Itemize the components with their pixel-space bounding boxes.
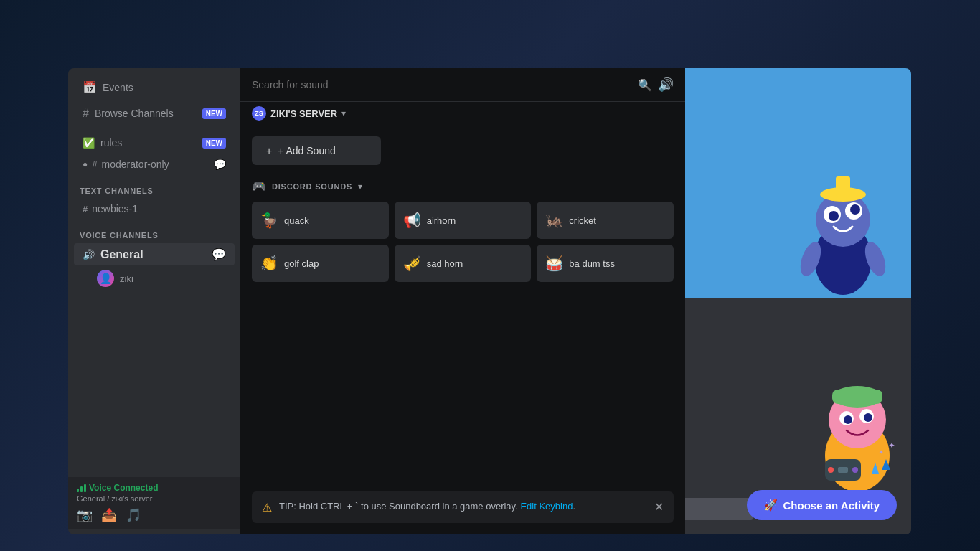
voice-speaker-icon: 🔊 — [83, 249, 95, 260]
svg-point-17 — [864, 413, 872, 422]
share-icon[interactable]: 📤 — [101, 507, 117, 523]
svg-text:✦: ✦ — [888, 441, 895, 451]
warning-icon: ⚠ — [262, 501, 272, 514]
sound-btn-quack[interactable]: 🦆 quack — [252, 202, 389, 239]
golf-clap-emoji: 👏 — [260, 255, 278, 272]
signal-bars — [77, 484, 86, 492]
plus-icon: + — [266, 145, 272, 156]
tip-bar: ⚠ TIP: Hold CTRL + ` to use Soundboard i… — [252, 491, 674, 523]
sidebar-item-events[interactable]: 📅 Events — [74, 75, 235, 100]
svg-rect-13 — [832, 390, 882, 404]
rules-icon: ✅ — [83, 137, 95, 149]
choose-activity-label: Choose an Activity — [783, 499, 880, 512]
add-sound-button[interactable]: + + Add Sound — [252, 136, 381, 165]
tip-close-button[interactable]: ✕ — [654, 500, 664, 514]
voice-connected-label: Voice Connected — [89, 483, 158, 493]
events-icon: 📅 — [83, 80, 97, 94]
rules-label: rules — [100, 137, 122, 149]
rules-new-badge: NEW — [202, 138, 226, 149]
svg-point-15 — [844, 415, 852, 424]
text-channels-header: TEXT CHANNELS — [68, 175, 240, 198]
voice-server-label: General / ziki's server — [77, 494, 232, 503]
server-tab-ziki[interactable]: ZS ZIKI'S SERVER ▾ — [252, 106, 346, 121]
svg-point-19 — [828, 467, 834, 473]
airhorn-emoji: 📢 — [403, 212, 421, 229]
svg-point-3 — [829, 211, 839, 221]
music-icon[interactable]: 🎵 — [126, 507, 141, 523]
sidebar-item-rules[interactable]: ✅ rules NEW — [74, 133, 235, 153]
sound-btn-golf-clap[interactable]: 👏 golf clap — [252, 245, 389, 282]
sound-btn-sad-horn[interactable]: 🎺 sad horn — [395, 245, 532, 282]
discord-logo-icon: 🎮 — [252, 179, 266, 193]
sad-horn-label: sad horn — [427, 258, 463, 269]
svg-point-20 — [852, 467, 858, 473]
moderator-dot: ● — [83, 159, 88, 169]
server-name: ZIKI'S SERVER — [270, 108, 337, 119]
ba-dum-tss-label: ba dum tss — [569, 258, 615, 269]
sound-btn-airhorn[interactable]: 📢 airhorn — [395, 202, 532, 239]
main-content: ✦ ✦ nvite a friend to start chatting. wa… — [240, 68, 911, 534]
bar3 — [84, 484, 86, 492]
sidebar-item-browse[interactable]: # Browse Channels NEW — [74, 101, 235, 126]
moderator-icons: 💬 — [214, 159, 226, 170]
bar1 — [77, 489, 79, 492]
tip-edit-keybind-link[interactable]: Edit Keybind — [520, 501, 573, 512]
choose-activity-button[interactable]: 🚀 Choose an Activity — [747, 490, 897, 520]
bottom-toolbar: 📷 📤 🎵 — [77, 504, 232, 523]
add-sound-label: + Add Sound — [278, 145, 336, 156]
sound-btn-cricket[interactable]: 🦗 cricket — [537, 202, 674, 239]
voice-connected: Voice Connected — [77, 483, 232, 493]
airhorn-label: airhorn — [427, 215, 456, 226]
bar2 — [80, 486, 83, 492]
sound-btn-ba-dum-tss[interactable]: 🥁 ba dum tss — [537, 245, 674, 282]
search-bar: 🔍 🔊 — [240, 68, 685, 102]
pink-character: ✦ ✦ — [811, 377, 897, 477]
cricket-emoji: 🦗 — [545, 212, 563, 229]
sidebar-item-general-voice[interactable]: 🔊 General 💬 — [74, 243, 235, 265]
moderator-label: moderator-only — [101, 159, 169, 170]
svg-rect-21 — [838, 467, 848, 473]
sidebar-item-moderator[interactable]: ● # moderator-only 💬 — [74, 154, 235, 174]
golf-clap-label: golf clap — [284, 258, 319, 269]
ziki-label: ziki — [120, 273, 133, 284]
events-label: Events — [103, 82, 133, 93]
search-icon: 🔍 — [638, 78, 652, 92]
cricket-label: cricket — [569, 215, 596, 226]
discord-sounds-chevron: ▾ — [358, 182, 362, 192]
soundboard-overlay: 🔍 🔊 ZS ZIKI'S SERVER ▾ + + Add Sound — [240, 68, 685, 534]
hash-icon: # — [92, 159, 97, 170]
newbies-label: newbies-1 — [92, 203, 138, 215]
general-label: General — [100, 248, 143, 261]
ba-dum-tss-emoji: 🥁 — [545, 255, 563, 272]
server-chevron: ▾ — [341, 108, 346, 118]
svg-point-5 — [850, 204, 860, 215]
voice-channels-header: VOICE CHANNELS — [68, 220, 240, 242]
discord-sounds-header: 🎮 DISCORD SOUNDS ▾ — [252, 179, 674, 193]
quack-label: quack — [284, 215, 309, 226]
server-tabs: ZS ZIKI'S SERVER ▾ — [240, 102, 685, 125]
quack-emoji: 🦆 — [260, 212, 278, 229]
discord-sounds-label: DISCORD SOUNDS — [272, 182, 352, 191]
server-badge-zs: ZS — [252, 106, 266, 121]
ziki-avatar: 👤 — [97, 270, 114, 287]
search-input[interactable] — [252, 79, 632, 90]
browse-icon: # — [83, 107, 89, 120]
svg-text:✦: ✦ — [879, 449, 884, 456]
soundboard-content: + + Add Sound 🎮 DISCORD SOUNDS ▾ 🦆 quack — [240, 125, 685, 486]
tip-suffix: . — [573, 501, 575, 512]
svg-rect-7 — [836, 176, 850, 197]
sidebar-item-newbies[interactable]: # newbies-1 — [74, 199, 235, 219]
blue-mascot — [796, 166, 890, 298]
browse-label: Browse Channels — [95, 108, 174, 119]
general-voice-icons: 💬 — [212, 248, 226, 261]
voice-status-bar: Voice Connected General / ziki's server … — [68, 477, 240, 529]
browse-new-badge: NEW — [202, 108, 226, 119]
sidebar: 📅 Events # Browse Channels NEW ✅ rules N… — [68, 68, 240, 534]
chat-icon: 💬 — [214, 159, 226, 170]
rocket-icon: 🚀 — [764, 499, 778, 512]
camera-icon[interactable]: 📷 — [77, 507, 93, 523]
tip-text: TIP: Hold CTRL + ` to use Soundboard in … — [279, 500, 647, 513]
chat-icon2: 💬 — [212, 248, 226, 261]
tip-text-content: TIP: Hold CTRL + ` to use Soundboard in … — [279, 501, 518, 512]
volume-icon[interactable]: 🔊 — [658, 77, 674, 93]
